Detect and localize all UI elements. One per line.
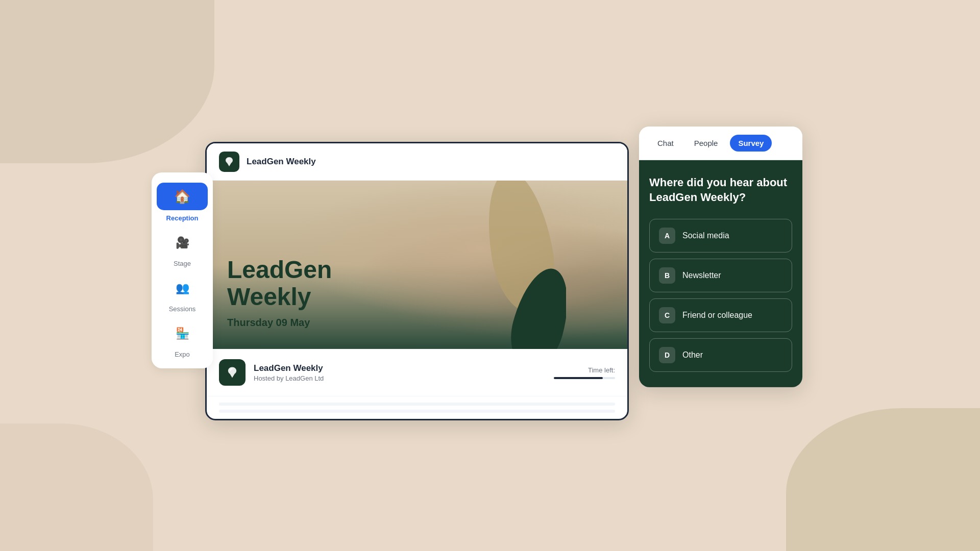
hero-date: Thursday 09 May [227,317,332,329]
hero-banner: LeadGen Weekly Thursday 09 May [207,181,627,349]
tab-chat[interactable]: Chat [649,135,682,152]
survey-question: Where did you hear about LeadGen Weekly? [649,176,792,205]
option-letter-b: B [659,267,675,284]
progress-bars [207,396,627,419]
option-letter-c: C [659,307,675,323]
progress-bar-2 [219,410,615,413]
hero-text: LeadGen Weekly Thursday 09 May [227,257,332,329]
progress-bar-1 [219,403,615,406]
event-info-left: LeadGen Weekly Hosted by LeadGen Ltd [219,359,324,386]
sidebar-item-reception[interactable]: 🏠 [157,183,208,210]
survey-option-a[interactable]: A Social media [649,219,792,253]
sidebar-label-reception: Reception [166,214,199,222]
sidebar-item-stage[interactable]: 🎥 [157,230,208,256]
sidebar: 🏠 Reception 🎥 Stage 👥 Sessions 🏪 Expo [152,172,213,368]
event-window-title: LeadGen Weekly [247,157,316,167]
survey-option-b[interactable]: B Newsletter [649,259,792,292]
bg-shape-bottom-right [786,408,980,551]
sidebar-label-stage: Stage [174,260,191,267]
survey-tabs: Chat People Survey [639,127,802,160]
leaf-decoration [484,181,566,349]
event-info-bar: LeadGen Weekly Hosted by LeadGen Ltd Tim… [207,349,627,396]
expo-icon: 🏪 [176,328,189,339]
option-text-a: Social media [682,231,729,240]
time-left: Time left: [554,366,615,379]
bg-shape-top-left [0,0,214,163]
survey-body: Where did you hear about LeadGen Weekly?… [639,160,802,387]
option-text-c: Friend or colleague [682,311,752,320]
tab-people[interactable]: People [686,135,726,152]
bg-shape-bottom-left [0,423,153,551]
event-name-sm: LeadGen Weekly [254,363,324,373]
sessions-icon: 👥 [176,283,189,294]
option-text-d: Other [682,350,703,360]
logo-sm-svg [225,365,239,380]
event-details: LeadGen Weekly Hosted by LeadGen Ltd [254,363,324,382]
event-host: Hosted by LeadGen Ltd [254,374,324,382]
home-icon: 🏠 [174,190,190,203]
option-letter-a: A [659,228,675,244]
sidebar-item-expo[interactable]: 🏪 [157,321,208,346]
logo-svg [223,156,235,168]
event-topbar: LeadGen Weekly [207,143,627,181]
event-logo [219,152,239,172]
time-left-bar [554,377,615,379]
sidebar-item-sessions[interactable]: 👥 [157,276,208,301]
tab-survey[interactable]: Survey [730,135,772,152]
event-window: LeadGen Weekly LeadGen Weekly Thursday 0… [205,142,629,420]
option-text-b: Newsletter [682,271,721,280]
survey-option-d[interactable]: D Other [649,338,792,372]
main-container: 🏠 Reception 🎥 Stage 👥 Sessions 🏪 Expo Le… [152,142,802,420]
time-left-bar-fill [554,377,603,379]
option-letter-d: D [659,347,675,363]
survey-option-c[interactable]: C Friend or colleague [649,298,792,332]
survey-panel: Chat People Survey Where did you hear ab… [639,127,802,387]
event-logo-sm [219,359,246,386]
time-left-label: Time left: [588,366,615,373]
sidebar-label-expo: Expo [175,350,190,358]
stage-icon: 🎥 [176,237,189,248]
sidebar-label-sessions: Sessions [169,305,196,313]
hero-event-name: LeadGen Weekly [227,257,332,311]
survey-options: A Social media B Newsletter C Friend or … [649,219,792,372]
